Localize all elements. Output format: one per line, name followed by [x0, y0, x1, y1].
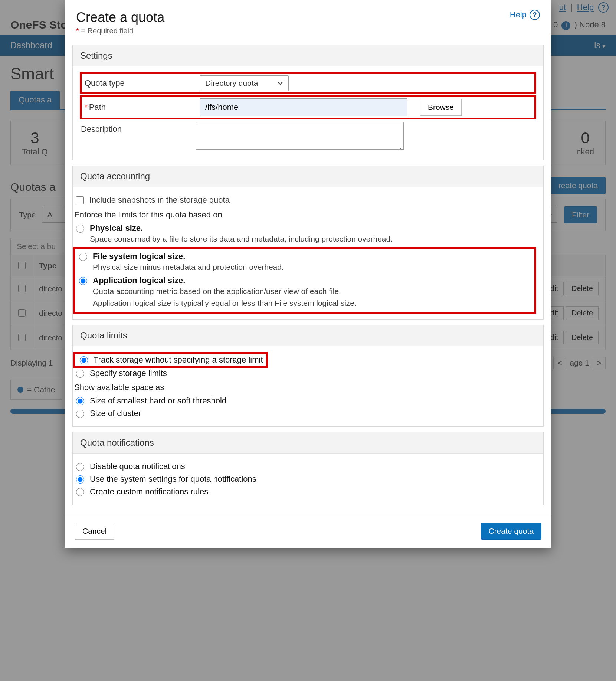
custom-notifications-radio[interactable]	[76, 488, 84, 496]
track-storage-label: Track storage without specifying a stora…	[94, 355, 263, 365]
panel-settings-header: Settings	[73, 45, 543, 66]
include-snapshots-checkbox[interactable]	[76, 196, 84, 204]
modal-footer: Cancel Create quota	[65, 514, 551, 548]
chevron-down-icon	[277, 80, 283, 86]
app-logical-desc1: Quota accounting metric based on the app…	[93, 285, 357, 297]
system-notifications-radio[interactable]	[76, 475, 84, 484]
system-notifications-label: Use the system settings for quota notifi…	[90, 474, 256, 484]
enforce-label: Enforce the limits for this quota based …	[74, 207, 535, 222]
path-row: *Path Browse	[81, 96, 535, 118]
custom-notifications-label: Create custom notifications rules	[90, 487, 208, 497]
physical-size-title: Physical size.	[90, 223, 393, 233]
fs-logical-radio[interactable]	[79, 253, 87, 261]
modal-title: Create a quota	[76, 10, 164, 25]
help-icon: ?	[530, 10, 540, 20]
panel-notifications: Quota notifications Disable quota notifi…	[72, 432, 544, 505]
smallest-threshold-label: Size of smallest hard or soft threshold	[90, 396, 226, 406]
app-logical-radio[interactable]	[79, 277, 87, 285]
specify-limits-label: Specify storage limits	[90, 369, 167, 378]
include-snapshots-label: Include snapshots in the storage quota	[89, 195, 230, 205]
modal-header: Create a quota * = Required field Help ?	[65, 0, 551, 38]
panel-limits-header: Quota limits	[73, 325, 543, 346]
panel-notifications-header: Quota notifications	[73, 432, 543, 454]
disable-notifications-radio[interactable]	[76, 463, 84, 471]
modal-help-link[interactable]: Help ?	[510, 10, 540, 20]
app-logical-title: Application logical size.	[93, 276, 357, 285]
panel-accounting-header: Quota accounting	[73, 166, 543, 187]
track-row-highlight: Track storage without specifying a stora…	[74, 353, 267, 367]
browse-button[interactable]: Browse	[420, 99, 462, 116]
panel-settings: Settings Quota type Directory quota *Pat…	[72, 45, 544, 160]
panel-limits: Quota limits Track storage without speci…	[72, 325, 544, 427]
path-label: *Path	[85, 102, 192, 112]
smallest-threshold-radio[interactable]	[76, 397, 84, 405]
create-quota-button[interactable]: Create quota	[481, 523, 541, 540]
logical-size-group-highlight: File system logical size. Physical size …	[74, 248, 535, 313]
description-row: Description	[81, 118, 535, 153]
quota-type-label: Quota type	[85, 78, 192, 88]
physical-size-desc: Space consumed by a file to store its da…	[90, 233, 393, 245]
fs-logical-title: File system logical size.	[93, 252, 284, 261]
description-input[interactable]	[196, 122, 404, 150]
path-input[interactable]	[200, 98, 407, 116]
quota-type-select[interactable]: Directory quota	[200, 75, 289, 91]
show-space-label: Show available space as	[74, 380, 535, 394]
disable-notifications-label: Disable quota notifications	[90, 462, 185, 471]
physical-size-radio[interactable]	[76, 225, 84, 233]
track-storage-radio[interactable]	[80, 356, 88, 364]
specify-limits-radio[interactable]	[76, 370, 84, 378]
quota-type-row: Quota type Directory quota	[81, 73, 535, 93]
cluster-size-label: Size of cluster	[90, 409, 141, 418]
app-logical-desc2: Application logical size is typically eq…	[93, 297, 357, 309]
modal-overlay: Create a quota * = Required field Help ?…	[0, 0, 616, 681]
required-note: * = Required field	[76, 27, 164, 35]
description-label: Description	[81, 122, 189, 134]
cluster-size-radio[interactable]	[76, 410, 84, 418]
modal-body: Settings Quota type Directory quota *Pat…	[65, 38, 551, 514]
cancel-button[interactable]: Cancel	[75, 523, 114, 540]
create-quota-modal: Create a quota * = Required field Help ?…	[65, 0, 551, 548]
fs-logical-desc: Physical size minus metadata and protect…	[93, 261, 284, 273]
panel-accounting: Quota accounting Include snapshots in th…	[72, 166, 544, 320]
